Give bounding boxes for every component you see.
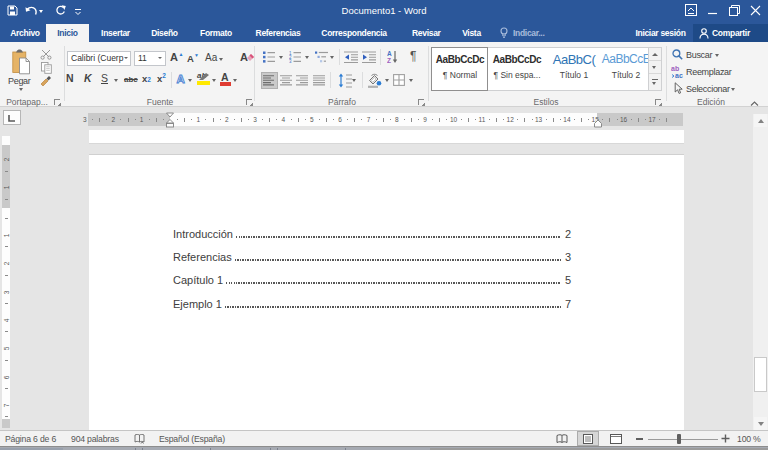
- svg-text:ac: ac: [675, 72, 683, 79]
- svg-text:Z: Z: [387, 57, 391, 64]
- svg-text:A: A: [177, 73, 185, 85]
- svg-text:A: A: [387, 50, 392, 57]
- svg-text:3: 3: [289, 59, 292, 63]
